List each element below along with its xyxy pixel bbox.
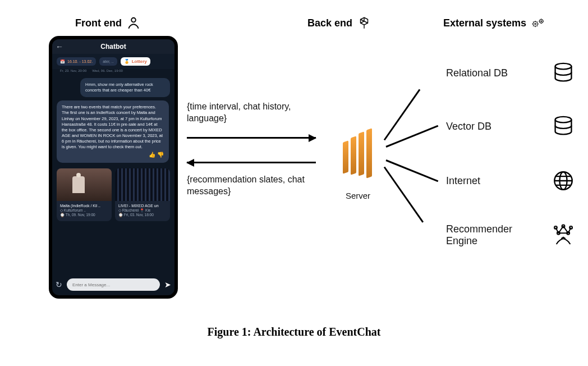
filter-chip[interactable]: ater, .. — [99, 57, 117, 66]
database-icon-2 — [552, 115, 575, 138]
ext-recommender: Recommender Engine — [446, 223, 575, 247]
message-input[interactable] — [67, 278, 160, 291]
globe-icon — [552, 170, 575, 192]
recommender-icon — [552, 223, 575, 246]
medal-icon: 🏅 — [124, 59, 130, 64]
server-label: Server — [336, 191, 380, 200]
bot-message: There are two events that match your pre… — [57, 100, 169, 163]
ray-4 — [384, 167, 424, 223]
send-icon[interactable]: ➤ — [164, 280, 171, 289]
lottery-chip-text: Lottery — [132, 59, 147, 64]
user-message: Hmm, show me only alternative rock conce… — [80, 78, 170, 97]
thumbs-up-icon[interactable]: 👍 — [149, 152, 155, 158]
back-icon[interactable]: ← — [56, 42, 63, 51]
event-card-2[interactable]: LIVE! - MIXED AGE un ◇ Räucherei 📍 Kie ⌚… — [115, 168, 170, 221]
svg-point-3 — [540, 20, 544, 24]
gears-icon — [531, 16, 545, 30]
svg-point-5 — [555, 63, 572, 70]
svg-point-1 — [533, 22, 538, 26]
ext-relational: Relational DB — [446, 62, 575, 84]
ray-2 — [385, 125, 438, 148]
app-title: Chatbot — [100, 43, 126, 51]
ext-relational-label: Relational DB — [446, 67, 508, 79]
lottery-chip[interactable]: 🏅 Lottery — [121, 57, 150, 66]
app-titlebar: ← Chatbot — [52, 39, 174, 54]
ext-vector: Vector DB — [446, 115, 575, 138]
figure-caption: Figure 1: Architecture of EventChat — [0, 326, 588, 338]
backend-text: Back end — [307, 17, 352, 29]
bot-message-text: There are two events that match your pre… — [62, 104, 163, 149]
ext-internet: Internet — [446, 170, 575, 192]
reload-icon[interactable]: ↻ — [56, 280, 62, 289]
payload-from-server: {recommendation slates, chat messages} — [187, 174, 321, 198]
date-chip-text: 16.10. - 13.02. — [67, 60, 93, 63]
thumbs-down-icon[interactable]: 👎 — [157, 152, 164, 158]
card2-meta: LIVE! - MIXED AGE un ◇ Räucherei 📍 Kie ⌚… — [115, 201, 170, 221]
user-message-text: Hmm, show me only alternative rock conce… — [85, 82, 153, 93]
card2-image — [115, 168, 170, 201]
ray-1 — [384, 89, 421, 141]
filter-chip-text: ater, .. — [103, 60, 113, 63]
composer: ↻ ➤ — [56, 278, 171, 291]
card1-time: ⌚ Th, 09. Nov, 19:00 — [60, 213, 108, 217]
card1-title: Maita (IndieRock / Kil .. — [60, 203, 108, 208]
external-label: External systems — [443, 16, 545, 30]
time-left: Fr, 23. Nov, 20:00 — [60, 69, 86, 72]
chip-row: 📅 16.10. - 13.02. ater, .. 🏅 Lottery — [52, 54, 174, 69]
person-icon — [126, 16, 141, 30]
frontend-label: Front end — [75, 16, 141, 30]
card1-meta: Maita (IndieRock / Kil .. ◇ Kulturforum … — [57, 201, 112, 221]
phone-mock: ← Chatbot 📅 16.10. - 13.02. ater, .. 🏅 L… — [49, 36, 178, 299]
payload-to-server: {time interval, chat history, language} — [187, 101, 321, 125]
time-right: Wed, 06. Dec, 19:00 — [92, 69, 123, 72]
arrow-from-server — [187, 162, 316, 163]
database-icon — [552, 62, 575, 84]
ext-recommender-label: Recommender Engine — [446, 223, 536, 247]
reaction-row[interactable]: 👍 👎 — [62, 151, 164, 159]
event-cards: Maita (IndieRock / Kil .. ◇ Kulturforum … — [52, 166, 174, 223]
svg-point-2 — [535, 23, 536, 25]
openai-icon — [357, 16, 371, 30]
card1-image — [57, 168, 112, 201]
frontend-text: Front end — [75, 17, 122, 29]
ext-internet-label: Internet — [446, 175, 480, 187]
card2-title: LIVE! - MIXED AGE un — [118, 203, 167, 208]
date-chip[interactable]: 📅 16.10. - 13.02. — [57, 57, 96, 66]
time-row: Fr, 23. Nov, 20:00 Wed, 06. Dec, 19:00 — [52, 69, 174, 75]
card2-time: ⌚ Fri, 03. Nov, 18:00 — [118, 213, 167, 217]
ext-vector-label: Vector DB — [446, 121, 491, 132]
backend-label: Back end — [307, 16, 371, 30]
svg-point-0 — [131, 18, 136, 22]
arrow-to-server — [187, 137, 316, 139]
svg-point-4 — [541, 21, 542, 22]
external-text: External systems — [443, 17, 526, 29]
event-card-1[interactable]: Maita (IndieRock / Kil .. ◇ Kulturforum … — [57, 168, 112, 221]
calendar-icon: 📅 — [60, 60, 65, 64]
svg-point-6 — [555, 117, 572, 123]
server-icon — [336, 129, 379, 179]
